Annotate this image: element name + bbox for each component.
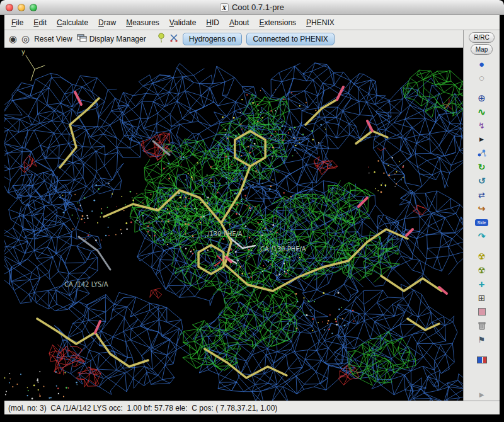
menu-measures[interactable]: Measures xyxy=(121,16,164,29)
hydrogens-toggle[interactable]: Hydrogens on xyxy=(183,33,243,45)
toolbar-overflow-icon[interactable]: ▶ xyxy=(479,392,484,398)
title-bar[interactable]: X Coot 0.7.1-pre xyxy=(0,0,504,15)
expand-arrow-icon[interactable]: ▶ xyxy=(474,132,490,146)
menu-draw[interactable]: Draw xyxy=(93,16,121,29)
menu-calculate[interactable]: Calculate xyxy=(52,16,93,29)
ring-icon[interactable]: ◎ xyxy=(21,34,30,43)
flip-peptide-icon[interactable]: ↪ xyxy=(474,202,490,215)
torsion-swap-icon[interactable]: ⇄ xyxy=(474,188,490,202)
molecular-scene[interactable] xyxy=(4,48,463,401)
menu-extensions[interactable]: Extensions xyxy=(254,16,301,29)
zoom-button[interactable] xyxy=(30,4,37,11)
menu-validate[interactable]: Validate xyxy=(164,16,202,29)
minimize-button[interactable] xyxy=(18,4,25,11)
right-column: R/RC Map ●◌⊕∿↯▶↻↺⇄↪Side↷☢☢+⊞⚑ ▶ xyxy=(463,30,500,401)
menubar: FileEditCalculateDrawMeasuresValidateHID… xyxy=(4,15,500,30)
window-title-text: Coot 0.7.1-pre xyxy=(232,3,284,12)
simple-mutate-icon[interactable]: ☢ xyxy=(474,263,490,277)
scissors-icon[interactable] xyxy=(169,33,178,45)
close-button[interactable] xyxy=(6,4,13,11)
reset-view-button[interactable]: Reset View xyxy=(34,35,72,43)
menu-phenix[interactable]: PHENIX xyxy=(301,16,340,29)
menu-file[interactable]: File xyxy=(6,16,28,29)
go-to-ligand-icon[interactable] xyxy=(158,33,165,45)
refmac-flag-icon[interactable]: ⚑ xyxy=(474,333,490,346)
dotted-circle-icon[interactable]: ◌ xyxy=(474,71,490,84)
residue-label: /130 PHE/A xyxy=(207,231,243,237)
bullseye-icon[interactable]: ◉ xyxy=(9,34,17,43)
status-bar: (mol. no: 3) CA /1/A/142 LYS occ: 1.00 b… xyxy=(4,401,500,414)
window-controls xyxy=(6,4,37,11)
chi-angles-icon[interactable]: ↺ xyxy=(474,174,490,188)
regularize-zigzag-icon[interactable]: ↯ xyxy=(474,118,490,132)
map-button[interactable]: Map xyxy=(471,44,493,55)
x11-icon: X xyxy=(220,3,229,12)
residue-label: CA /142 LYS/A xyxy=(64,281,108,288)
add-alt-conf-icon[interactable]: ⊞ xyxy=(474,291,490,305)
move-crosshair-icon[interactable]: ⊕ xyxy=(474,91,490,105)
menu-edit[interactable]: Edit xyxy=(28,16,52,29)
rotamer-cycle-icon[interactable]: ↻ xyxy=(474,160,490,174)
display-manager-button[interactable]: Display Manager xyxy=(77,34,146,44)
mutate-trefoil-icon[interactable]: ☢ xyxy=(474,249,490,263)
display-manager-label: Display Manager xyxy=(89,35,146,43)
delete-trash-icon[interactable] xyxy=(474,319,490,333)
molecule-icon[interactable] xyxy=(474,146,490,160)
side-chain-flip-icon[interactable]: Side xyxy=(474,215,490,229)
axis-y-label: y xyxy=(21,48,25,55)
refine-wave-icon[interactable]: ∿ xyxy=(474,105,490,118)
map-colour-swatch-icon[interactable] xyxy=(474,353,490,367)
left-column: ◉ ◎ Reset View Display Manager Hydrogens… xyxy=(4,30,463,401)
menu-about[interactable]: About xyxy=(224,16,254,29)
body-row: ◉ ◎ Reset View Display Manager Hydrogens… xyxy=(4,30,500,401)
window-frame: FileEditCalculateDrawMeasuresValidateHID… xyxy=(0,15,504,422)
toolbar: ◉ ◎ Reset View Display Manager Hydrogens… xyxy=(4,30,463,48)
window-title: X Coot 0.7.1-pre xyxy=(0,3,504,12)
display-manager-icon xyxy=(77,34,87,44)
right-toolbar: ●◌⊕∿↯▶↻↺⇄↪Side↷☢☢+⊞⚑ xyxy=(474,57,490,367)
menu-hid[interactable]: HID xyxy=(201,16,224,29)
view-sphere-icon[interactable]: ● xyxy=(474,57,490,71)
phenix-status-toggle[interactable]: Connected to PHENIX xyxy=(246,33,334,45)
jiggle-arrow-icon[interactable]: ↷ xyxy=(474,229,490,243)
app-window: X Coot 0.7.1-pre FileEditCalculateDrawMe… xyxy=(0,0,504,422)
rrc-button[interactable]: R/RC xyxy=(469,32,494,43)
residue-label: CA /130 PHE/A xyxy=(260,246,306,253)
canvas-area[interactable]: y /130 PHE/ACA /130 PHE/ACA /142 LYS/A xyxy=(4,48,463,401)
place-atom-icon[interactable] xyxy=(474,305,490,319)
add-terminal-residue-icon[interactable]: + xyxy=(474,277,490,291)
status-text: (mol. no: 3) CA /1/A/142 LYS occ: 1.00 b… xyxy=(8,404,277,413)
